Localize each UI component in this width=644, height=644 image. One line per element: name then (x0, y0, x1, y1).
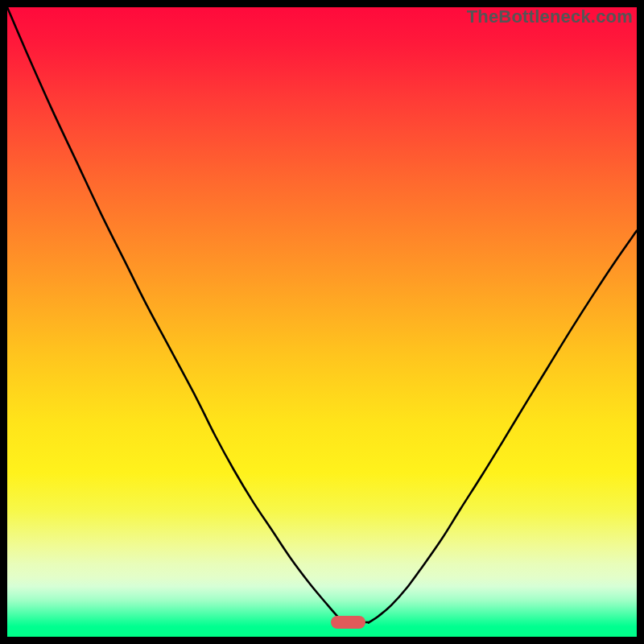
chart-frame: TheBottleneck.com (0, 0, 644, 644)
plot-area (7, 7, 637, 637)
optimum-marker (331, 616, 365, 629)
bottleneck-curve (7, 7, 637, 637)
curve-path (7, 7, 637, 623)
